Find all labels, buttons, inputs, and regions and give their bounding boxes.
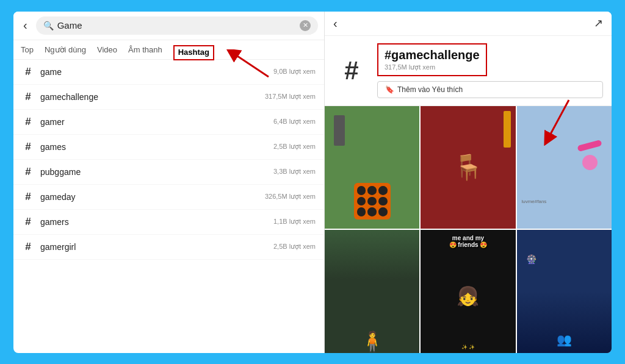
- tab-bar: Top Người dùng Video Âm thanh Hashtag: [13, 40, 324, 60]
- video-overlay-text: me and my😍 friends 😍: [421, 235, 515, 248]
- search-query: Game: [57, 20, 82, 30]
- result-name: games: [40, 142, 273, 152]
- result-views: 1,1B lượt xem: [273, 218, 316, 226]
- video-cell-5[interactable]: me and my😍 friends 😍 👧 ✨ ✨: [421, 230, 515, 353]
- result-views: 2,5B lượt xem: [273, 243, 316, 251]
- result-name: gamer: [40, 117, 273, 127]
- video-cell-4[interactable]: 🧍: [325, 230, 419, 353]
- video-grid: 🪑 luvme#fans 🧍 me and my😍 friends 😍 👧 ✨ …: [325, 106, 612, 353]
- right-back-button[interactable]: ‹: [333, 16, 338, 30]
- hashtag-name-box: #gamechallenge 317,5M lượt xem: [377, 43, 487, 76]
- search-box[interactable]: 🔍 Game ✕: [36, 16, 318, 35]
- hashtag-symbol: #: [22, 66, 34, 78]
- bookmark-icon: 🔖: [385, 85, 394, 94]
- tab-amthanh[interactable]: Âm thanh: [128, 45, 162, 59]
- result-views: 9,0B lượt xem: [273, 68, 316, 76]
- result-item-gameday[interactable]: # gameday 326,5M lượt xem: [13, 185, 324, 210]
- search-icon: 🔍: [43, 21, 54, 30]
- result-name: gameday: [40, 192, 265, 202]
- result-views: 3,3B lượt xem: [273, 168, 316, 176]
- right-header: ‹ ↗: [325, 12, 612, 36]
- clear-button[interactable]: ✕: [300, 20, 311, 31]
- hashtag-symbol: #: [22, 116, 34, 128]
- hashtag-symbol: #: [22, 241, 34, 253]
- result-item-gamergirl[interactable]: # gamergirl 2,5B lượt xem: [13, 235, 324, 260]
- results-list: # game 9,0B lượt xem # gamechallenge 317…: [13, 60, 324, 353]
- hashtag-symbol: #: [22, 216, 34, 228]
- result-views: 326,5M lượt xem: [265, 193, 316, 201]
- save-to-favorites-button[interactable]: 🔖 Thêm vào Yêu thích: [377, 81, 603, 98]
- right-panel: ‹ ↗ # #gamechallenge 317,5M lượt xem 🔖 T…: [325, 12, 612, 353]
- result-name: gamers: [40, 217, 273, 227]
- hashtag-details: #gamechallenge 317,5M lượt xem 🔖 Thêm và…: [377, 43, 603, 98]
- result-name: gamechallenge: [40, 92, 265, 102]
- hashtag-title: #gamechallenge: [385, 48, 480, 62]
- hashtag-symbol: #: [22, 141, 34, 153]
- phone-container: ‹ 🔍 Game ✕ Top Người dùng Video Âm thanh…: [13, 12, 612, 353]
- result-item-game[interactable]: # game 9,0B lượt xem: [13, 60, 324, 85]
- video-cell-1[interactable]: [325, 106, 419, 229]
- result-item-gamers[interactable]: # gamers 1,1B lượt xem: [13, 210, 324, 235]
- result-item-games[interactable]: # games 2,5B lượt xem: [13, 135, 324, 160]
- result-item-gamechallenge[interactable]: # gamechallenge 317,5M lượt xem: [13, 85, 324, 110]
- hashtag-views: 317,5M lượt xem: [385, 63, 480, 71]
- video-cell-2[interactable]: 🪑: [421, 106, 515, 229]
- result-name: gamergirl: [40, 242, 273, 252]
- hashtag-symbol: #: [22, 91, 34, 103]
- tab-hashtag[interactable]: Hashtag: [173, 45, 214, 60]
- tab-top[interactable]: Top: [21, 45, 34, 59]
- video-cell-6[interactable]: 🎡 👥: [517, 230, 612, 353]
- hashtag-symbol: #: [22, 191, 34, 203]
- result-item-gamer[interactable]: # gamer 6,4B lượt xem: [13, 110, 324, 135]
- result-views: 6,4B lượt xem: [273, 118, 316, 126]
- result-name: pubggame: [40, 167, 273, 177]
- left-panel: ‹ 🔍 Game ✕ Top Người dùng Video Âm thanh…: [13, 12, 325, 353]
- tab-video[interactable]: Video: [97, 45, 117, 59]
- hashtag-large-symbol: #: [333, 56, 370, 85]
- result-name: game: [40, 67, 273, 77]
- hashtag-symbol: #: [22, 166, 34, 178]
- tab-nguoidung[interactable]: Người dùng: [45, 45, 86, 59]
- result-views: 2,5B lượt xem: [273, 143, 316, 151]
- share-button[interactable]: ↗: [594, 16, 603, 30]
- result-item-pubggame[interactable]: # pubggame 3,3B lượt xem: [13, 160, 324, 185]
- search-header: ‹ 🔍 Game ✕: [13, 12, 324, 40]
- save-label: Thêm vào Yêu thích: [397, 85, 463, 94]
- video-cell-3[interactable]: luvme#fans: [517, 106, 612, 229]
- back-button[interactable]: ‹: [20, 17, 31, 34]
- result-views: 317,5M lượt xem: [265, 93, 316, 101]
- hashtag-info: # #gamechallenge 317,5M lượt xem 🔖 Thêm …: [325, 36, 612, 106]
